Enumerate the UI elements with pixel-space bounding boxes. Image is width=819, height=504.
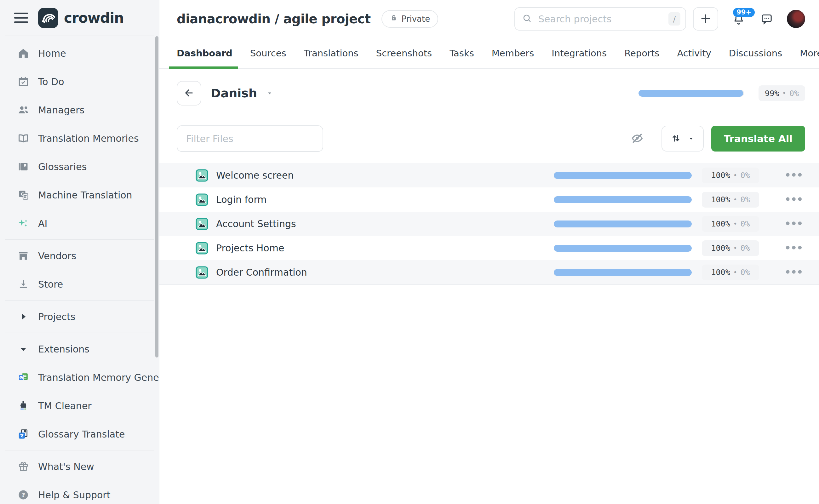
toggle-hidden-files-button[interactable] <box>630 131 644 146</box>
approved-percent: 0% <box>789 89 799 98</box>
file-name[interactable]: Login form <box>216 194 266 205</box>
file-name[interactable]: Order Confirmation <box>216 267 307 278</box>
language-progress-bar <box>639 90 744 97</box>
file-name[interactable]: Welcome screen <box>216 170 294 181</box>
sidebar-item-help-support[interactable]: ? Help & Support <box>0 481 159 504</box>
approved-percent: 0% <box>740 219 750 228</box>
project-breadcrumb[interactable]: dianacrowdin / agile project <box>177 12 371 26</box>
tab-discussions[interactable]: Discussions <box>729 38 782 68</box>
tab-reports[interactable]: Reports <box>624 38 659 68</box>
tab-activity[interactable]: Activity <box>677 38 711 68</box>
tab-label: Dashboard <box>177 48 232 59</box>
tab-tasks[interactable]: Tasks <box>450 38 474 68</box>
filter-files-input[interactable] <box>177 125 323 152</box>
file-menu-button[interactable] <box>783 194 805 205</box>
messages-button[interactable] <box>760 13 773 25</box>
translate-all-button[interactable]: Translate All <box>711 126 805 152</box>
notifications-count-badge: 99+ <box>733 8 755 17</box>
file-progress-bar <box>554 221 692 227</box>
sidebar-item-label: Help & Support <box>38 490 110 501</box>
file-menu-button[interactable] <box>783 218 805 230</box>
percent-separator: • <box>733 244 737 252</box>
tab-translations[interactable]: Translations <box>304 38 358 68</box>
file-name[interactable]: Projects Home <box>216 243 284 254</box>
approved-percent: 0% <box>740 195 750 204</box>
image-file-icon <box>195 241 209 255</box>
user-avatar[interactable] <box>787 10 805 28</box>
file-menu-button[interactable] <box>783 169 805 181</box>
file-progress-stats: 100% • 0% <box>702 240 759 256</box>
file-name[interactable]: Account Settings <box>216 218 296 229</box>
tab-screenshots[interactable]: Screenshots <box>376 38 432 68</box>
ellipsis-icon <box>785 244 803 252</box>
tab-dashboard[interactable]: Dashboard <box>177 38 232 68</box>
back-button[interactable] <box>177 81 201 106</box>
sidebar-divider <box>5 239 154 240</box>
sidebar-scrollbar[interactable] <box>155 36 158 358</box>
crowdin-app: crowdin Home To Do Managers Translation … <box>0 0 819 504</box>
sidebar-item-extensions[interactable]: Extensions <box>0 335 159 363</box>
chat-icon <box>760 13 773 25</box>
file-progress-stats: 100% • 0% <box>702 168 759 183</box>
file-row-login-form[interactable]: Login form 100% • 0% <box>159 187 819 212</box>
file-row-projects-home[interactable]: Projects Home 100% • 0% <box>159 236 819 260</box>
ellipsis-icon <box>785 268 803 276</box>
eye-off-icon <box>630 131 644 146</box>
translated-percent: 100% <box>711 219 730 228</box>
sidebar-item-home[interactable]: Home <box>0 39 159 67</box>
file-menu-button[interactable] <box>783 266 805 278</box>
sidebar-item-machine-translation[interactable]: G Machine Translation <box>0 181 159 209</box>
tab-integrations[interactable]: Integrations <box>552 38 607 68</box>
sidebar-item-label: Extensions <box>38 344 89 355</box>
sidebar-item-managers[interactable]: Managers <box>0 96 159 124</box>
help-icon: ? <box>17 489 29 501</box>
files-toolbar: Translate All <box>159 118 819 159</box>
file-menu-button[interactable] <box>783 242 805 254</box>
tab-label: Screenshots <box>376 48 432 59</box>
tab-label: Integrations <box>552 48 607 59</box>
file-row-account-settings[interactable]: Account Settings 100% • 0% <box>159 212 819 236</box>
sidebar-item-translation-memories[interactable]: Translation Memories <box>0 124 159 152</box>
file-row-welcome-screen[interactable]: Welcome screen 100% • 0% <box>159 163 819 187</box>
sidebar-item-translation-memory-gene[interactable]: Translation Memory Gene… <box>0 363 159 392</box>
tab-label: Tasks <box>450 48 474 59</box>
sidebar-item-label: Home <box>38 48 66 59</box>
sort-button[interactable] <box>661 126 704 152</box>
glossaries-icon <box>17 161 29 173</box>
machine-translation-icon: G <box>17 189 29 201</box>
tab-more[interactable]: More <box>800 38 819 68</box>
file-list: Welcome screen 100% • 0% Login form 100%… <box>159 163 819 285</box>
file-row-order-confirmation[interactable]: Order Confirmation 100% • 0% <box>159 260 819 284</box>
glossary-translate-icon <box>17 428 29 440</box>
sidebar-item-vendors[interactable]: Vendors <box>0 242 159 270</box>
crowdin-logo[interactable]: crowdin <box>38 8 124 28</box>
svg-text:?: ? <box>21 491 25 499</box>
percent-separator: • <box>733 269 737 276</box>
tab-label: More <box>800 48 819 59</box>
sidebar-item-glossary-translate[interactable]: Glossary Translate <box>0 420 159 448</box>
sidebar-item-projects[interactable]: Projects <box>0 302 159 331</box>
project-header: dianacrowdin / agile project Private / 9… <box>159 0 819 38</box>
sidebar-item-to-do[interactable]: To Do <box>0 67 159 96</box>
menu-toggle-icon[interactable] <box>14 13 28 23</box>
approved-percent: 0% <box>740 268 750 277</box>
search-field[interactable] <box>538 13 663 25</box>
filter-field[interactable] <box>186 133 314 145</box>
language-dropdown-caret[interactable] <box>266 89 273 97</box>
notifications-button[interactable]: 99+ <box>732 12 745 26</box>
search-projects-input[interactable]: / <box>514 7 686 31</box>
tab-sources[interactable]: Sources <box>250 38 286 68</box>
sidebar-item-glossaries[interactable]: Glossaries <box>0 152 159 181</box>
tab-members[interactable]: Members <box>492 38 534 68</box>
sidebar-item-label: Store <box>38 279 63 290</box>
file-progress-stats: 100% • 0% <box>702 265 759 280</box>
sidebar-item-store[interactable]: Store <box>0 270 159 298</box>
file-progress-stats: 100% • 0% <box>702 192 759 208</box>
sidebar-item-what-s-new[interactable]: What's New <box>0 452 159 481</box>
sidebar-item-tm-cleaner[interactable]: TM Cleaner <box>0 392 159 420</box>
whats-new-gift-icon <box>17 461 29 473</box>
search-shortcut-badge: / <box>668 12 680 26</box>
sidebar-item-label: TM Cleaner <box>38 400 92 411</box>
sidebar-item-ai[interactable]: AI <box>0 209 159 238</box>
create-project-button[interactable] <box>693 7 718 31</box>
